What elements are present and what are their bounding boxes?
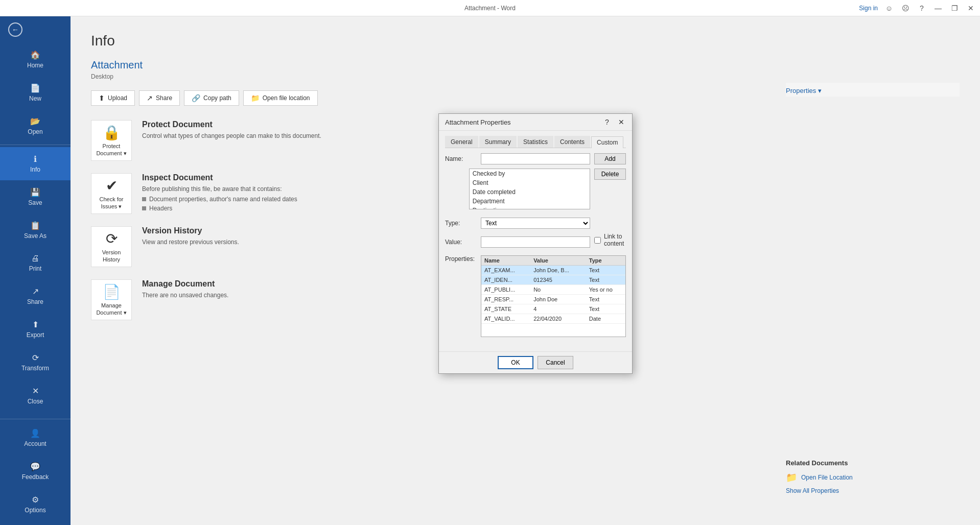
table-row[interactable]: AT_STATE4Text — [481, 304, 625, 314]
sidebar-item-export[interactable]: ⬆ Export — [0, 313, 71, 346]
feedback-icon: 💬 — [30, 462, 40, 471]
open-file-location-button[interactable]: 📁 Open file location — [243, 90, 318, 106]
table-row[interactable]: AT_VALID...22/04/2020Date — [481, 314, 625, 324]
close-button[interactable]: ✕ — [966, 4, 976, 12]
sidebar-item-options[interactable]: ⚙ Options — [0, 488, 71, 521]
sidebar-item-account[interactable]: 👤 Account — [0, 421, 71, 455]
protect-icon: 🔒 — [103, 124, 121, 141]
bullet-sq-1 — [142, 197, 146, 201]
home-icon: 🏠 — [30, 50, 40, 60]
dropdown-item-checked-by[interactable]: Checked by — [470, 169, 590, 178]
dropdown-item-department[interactable]: Department — [470, 197, 590, 206]
sidebar-back[interactable]: ← — [0, 16, 71, 43]
sidebar-divider-2 — [0, 419, 71, 419]
sidebar-item-home[interactable]: 🏠 Home — [0, 43, 71, 76]
name-dropdown[interactable]: Checked by Client Date completed Departm… — [469, 169, 590, 209]
ok-button[interactable]: OK — [498, 356, 533, 369]
tab-summary[interactable]: Summary — [479, 136, 517, 148]
title-bar: Attachment - Word Sign in ☺ ☹ ? — ❐ ✕ — [0, 0, 980, 16]
open-file-location-text[interactable]: Open File Location — [801, 474, 853, 481]
copy-path-icon: 🔗 — [192, 94, 200, 102]
properties-table: Name Value Type AT_EXAM...John Doe, B...… — [481, 256, 625, 324]
properties-table-container[interactable]: Name Value Type AT_EXAM...John Doe, B...… — [481, 255, 626, 337]
share-button[interactable]: ↗ Share — [139, 90, 180, 106]
sidebar-item-open[interactable]: 📂 Open — [0, 109, 71, 142]
frown-icon[interactable]: ☹ — [900, 4, 911, 12]
modal-close-button[interactable]: ✕ — [617, 118, 626, 126]
version-history-button[interactable]: ⟳ VersionHistory — [91, 226, 132, 267]
sidebar-item-close[interactable]: ✕ Close — [0, 379, 71, 412]
sidebar-item-label: New — [29, 95, 41, 102]
cell-name: AT_STATE — [481, 304, 530, 314]
sidebar-item-label: Share — [27, 298, 43, 305]
sidebar-item-label: Home — [27, 62, 43, 69]
sidebar-item-label: Account — [24, 440, 46, 447]
table-row[interactable]: AT_PUBLI...NoYes or no — [481, 285, 625, 295]
tab-statistics[interactable]: Statistics — [518, 136, 553, 148]
dropdown-item-client[interactable]: Client — [470, 178, 590, 187]
properties-label: Properties: — [445, 255, 481, 262]
name-input[interactable] — [481, 153, 590, 164]
save-icon: 💾 — [30, 187, 40, 197]
manage-icon: 📄 — [103, 283, 121, 300]
version-label: VersionHistory — [102, 249, 121, 262]
upload-button[interactable]: ⬆ Upload — [91, 90, 135, 106]
tab-contents[interactable]: Contents — [554, 136, 590, 148]
sidebar-item-share[interactable]: ↗ Share — [0, 279, 71, 313]
sidebar-item-transform[interactable]: ⟳ Transform — [0, 346, 71, 379]
name-label: Name: — [445, 155, 481, 162]
value-input[interactable] — [481, 236, 590, 248]
signin-link[interactable]: Sign in — [859, 5, 878, 12]
col-value: Value — [530, 256, 586, 266]
folder-sm-icon: 📁 — [786, 472, 797, 483]
smiley-icon[interactable]: ☺ — [884, 4, 894, 12]
table-row[interactable]: AT_RESP...John DoeText — [481, 295, 625, 304]
col-name: Name — [481, 256, 530, 266]
help-icon[interactable]: ? — [917, 4, 927, 12]
main-content: Info Attachment Desktop ⬆ Upload ↗ Share… — [71, 16, 980, 525]
check-issues-button[interactable]: ✔ Check forIssues ▾ — [91, 173, 132, 214]
protect-desc: Control what types of changes people can… — [142, 132, 321, 139]
type-select[interactable]: Text Date Number Yes or no — [481, 218, 590, 229]
dropdown-item-destination[interactable]: Destination — [470, 206, 590, 209]
sidebar-item-print[interactable]: 🖨 Print — [0, 247, 71, 279]
table-row[interactable]: AT_EXAM...John Doe, B...Text — [481, 266, 625, 275]
cancel-button[interactable]: Cancel — [538, 356, 573, 369]
sidebar-item-save-as[interactable]: 📋 Save As — [0, 213, 71, 247]
sidebar-item-label: Transform — [21, 365, 49, 372]
sidebar-item-save[interactable]: 💾 Save — [0, 180, 71, 213]
table-row[interactable]: AT_IDEN...012345Text — [481, 275, 625, 285]
cell-type: Text — [586, 295, 625, 304]
open-icon: 📂 — [30, 116, 40, 126]
add-button[interactable]: Add — [594, 153, 626, 164]
sidebar-item-feedback[interactable]: 💬 Feedback — [0, 455, 71, 488]
version-icon: ⟳ — [106, 230, 118, 247]
manage-document-button[interactable]: 📄 ManageDocument ▾ — [91, 279, 132, 320]
open-file-location-link[interactable]: 📁 Open File Location — [786, 472, 960, 483]
name-dropdown-row: Checked by Client Date completed Departm… — [445, 169, 626, 213]
dropdown-item-date-completed[interactable]: Date completed — [470, 187, 590, 197]
minimize-button[interactable]: — — [933, 4, 943, 12]
link-to-content-checkbox[interactable] — [594, 237, 601, 244]
related-documents: Related Documents 📁 Open File Location S… — [786, 459, 960, 494]
sidebar-item-info[interactable]: ℹ Info — [0, 147, 71, 180]
delete-button[interactable]: Delete — [594, 169, 626, 180]
sidebar-item-new[interactable]: 📄 New — [0, 76, 71, 109]
restore-button[interactable]: ❐ — [949, 4, 960, 12]
app-container: ← 🏠 Home 📄 New 📂 Open ℹ Info 💾 — [0, 16, 980, 525]
show-all-properties-link[interactable]: Show All Properties — [786, 487, 960, 494]
modal-help-button[interactable]: ? — [602, 118, 612, 126]
manage-text: Manage Document There are no unsaved cha… — [142, 279, 228, 301]
modal-titlebar: Attachment Properties ? ✕ — [439, 114, 632, 131]
title-bar-controls: Sign in ☺ ☹ ? — ❐ ✕ — [859, 4, 976, 12]
sidebar-divider-1 — [0, 145, 71, 145]
back-button[interactable]: ← — [8, 22, 22, 37]
protect-document-button[interactable]: 🔒 ProtectDocument ▾ — [91, 120, 132, 161]
version-text: Version History View and restore previou… — [142, 226, 239, 248]
tab-custom[interactable]: Custom — [591, 136, 623, 148]
cell-name: AT_PUBLI... — [481, 285, 530, 295]
tab-general[interactable]: General — [445, 136, 478, 148]
sidebar-item-label: Save As — [24, 232, 46, 240]
copy-path-button[interactable]: 🔗 Copy path — [184, 90, 239, 106]
properties-header[interactable]: Properties ▾ — [786, 83, 960, 97]
